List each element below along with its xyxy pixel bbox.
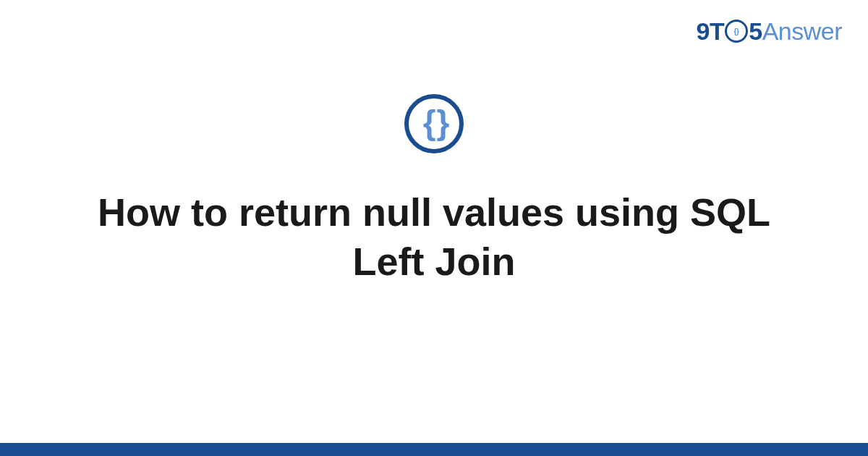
footer-bar	[0, 443, 868, 456]
braces-glyph: { }	[423, 103, 446, 142]
main-content: { } How to return null values using SQL …	[0, 94, 868, 286]
page-title: How to return null values using SQL Left…	[80, 188, 788, 286]
logo-text-answer: Answer	[762, 17, 842, 45]
logo-circle-icon: {}	[725, 20, 748, 43]
svg-text:{}: {}	[734, 28, 739, 35]
site-logo: 9T{}5Answer	[697, 17, 842, 46]
logo-text-9t: 9T	[697, 17, 725, 45]
code-braces-icon: { }	[404, 94, 464, 153]
logo-text-5: 5	[749, 17, 762, 45]
